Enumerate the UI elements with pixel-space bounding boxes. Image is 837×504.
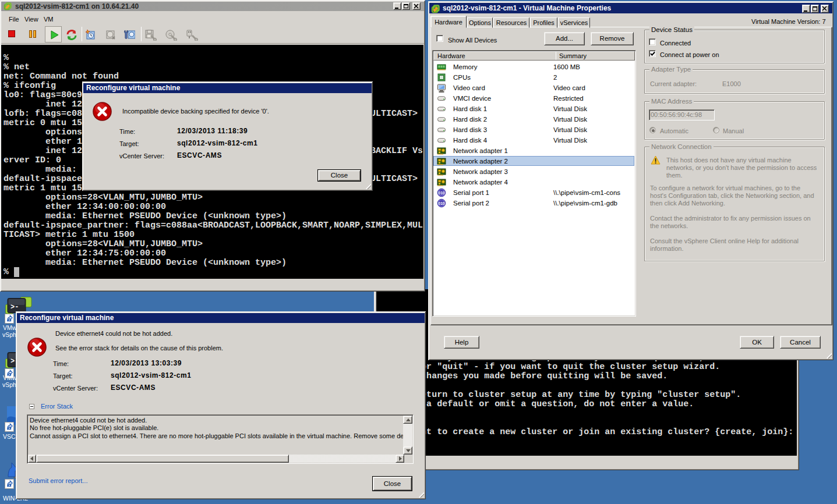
svg-text:010: 010 xyxy=(439,191,445,195)
svg-text:010: 010 xyxy=(439,201,445,205)
svg-text:>-: >- xyxy=(10,303,19,311)
